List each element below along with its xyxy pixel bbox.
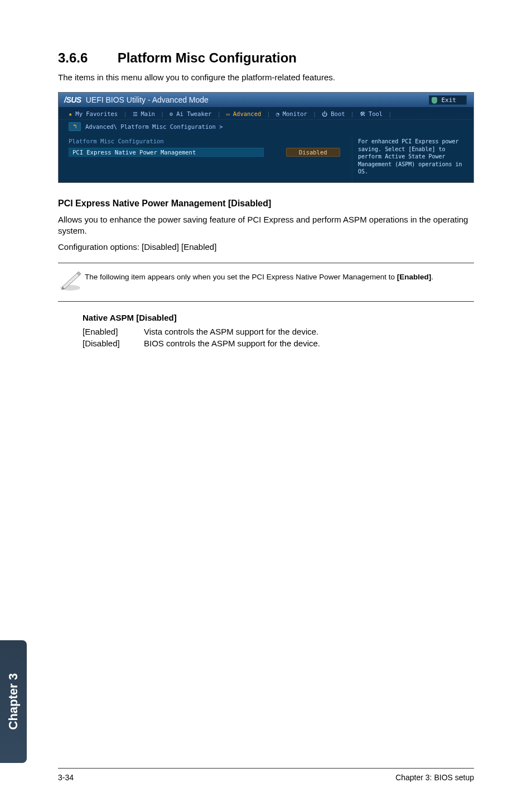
tab-main[interactable]: Main	[141, 110, 155, 117]
tab-ai-tweaker[interactable]: Ai Tweaker	[176, 110, 211, 117]
config-options: Configuration options: [Disabled] [Enabl…	[58, 241, 474, 253]
tab-separator: |	[215, 110, 223, 117]
sub-option-heading: Native ASPM [Disabled]	[83, 313, 474, 322]
section-number: 3.6.6	[58, 50, 114, 66]
tab-tool[interactable]: Tool	[369, 110, 383, 117]
tab-separator: |	[264, 110, 272, 117]
bios-section-label: Platform Misc Configuration	[69, 138, 344, 144]
footer-chapter: Chapter 3: BIOS setup	[395, 773, 474, 782]
option-key: [Enabled]	[83, 327, 144, 336]
bios-setting-label: PCI Express Native Power Management	[69, 148, 264, 157]
bios-setting-row[interactable]: PCI Express Native Power Management Disa…	[69, 148, 344, 157]
option-desc: Vista controls the ASPM support for the …	[144, 327, 318, 336]
bios-help-panel: For enhanced PCI Express power saving. S…	[352, 134, 473, 182]
bios-setting-value[interactable]: Disabled	[286, 148, 340, 157]
side-tab-label: Chapter 3	[6, 673, 21, 729]
section-heading: 3.6.6 Platform Misc Configuration	[58, 50, 474, 66]
option-table: [Enabled] Vista controls the ASPM suppor…	[83, 327, 474, 348]
exit-label: Exit	[442, 96, 457, 104]
option-description: Allows you to enhance the power saving f…	[58, 214, 474, 237]
option-desc: BIOS controls the ASPM support for the d…	[144, 339, 320, 348]
page-footer: 3-34 Chapter 3: BIOS setup	[58, 768, 474, 782]
mouse-icon	[432, 97, 437, 104]
bios-mode-label: UEFI BIOS Utility - Advanced Mode	[86, 95, 209, 104]
tweaker-icon: ⚙	[170, 111, 173, 117]
tab-separator: |	[121, 110, 129, 117]
bios-tab-row: ★ My Favorites | ☰ Main | ⚙ Ai Tweaker |…	[59, 107, 473, 120]
tab-monitor[interactable]: Monitor	[283, 110, 307, 117]
note-text-post: .	[431, 273, 433, 281]
power-icon: ⏻	[322, 111, 327, 117]
exit-button[interactable]: Exit	[429, 95, 467, 105]
section-title-text: Platform Misc Configuration	[118, 50, 297, 65]
section-intro: The items in this menu allow you to conf…	[58, 73, 474, 82]
breadcrumb: Advanced\ Platform Misc Configuration >	[85, 123, 223, 130]
option-key: [Disabled]	[83, 339, 144, 348]
star-icon: ★	[69, 110, 72, 117]
note-text: The following item appears only when you…	[85, 270, 433, 283]
note-text-pre: The following item appears only when you…	[85, 273, 397, 281]
tool-icon: 🛠	[360, 111, 365, 117]
note-box: The following item appears only when you…	[58, 263, 474, 302]
back-button[interactable]: ↰	[69, 122, 81, 131]
tab-separator: |	[349, 110, 356, 117]
note-bold: [Enabled]	[397, 273, 432, 281]
option-heading: PCI Express Native Power Management [Dis…	[58, 199, 474, 209]
list-icon: ☰	[133, 111, 138, 117]
monitor-icon: ◔	[276, 111, 279, 117]
breadcrumb-row: ↰ Advanced\ Platform Misc Configuration …	[59, 120, 473, 134]
tab-advanced[interactable]: Advanced	[233, 110, 262, 117]
tab-separator: |	[386, 110, 394, 117]
advanced-icon: ▭	[226, 111, 230, 117]
bios-screenshot: /SUS UEFI BIOS Utility - Advanced Mode E…	[58, 92, 474, 183]
tab-boot[interactable]: Boot	[331, 110, 345, 117]
chapter-side-tab: Chapter 3	[0, 640, 27, 763]
asus-logo: /SUS	[64, 95, 86, 104]
tab-separator: |	[158, 110, 166, 117]
option-row: [Enabled] Vista controls the ASPM suppor…	[83, 327, 474, 336]
option-row: [Disabled] BIOS controls the ASPM suppor…	[83, 339, 474, 348]
tab-favorites[interactable]: My Favorites	[75, 110, 118, 117]
bios-titlebar: /SUS UEFI BIOS Utility - Advanced Mode E…	[59, 93, 473, 107]
pen-note-icon	[58, 270, 85, 294]
page-number: 3-34	[58, 773, 74, 782]
tab-separator: |	[311, 110, 318, 117]
